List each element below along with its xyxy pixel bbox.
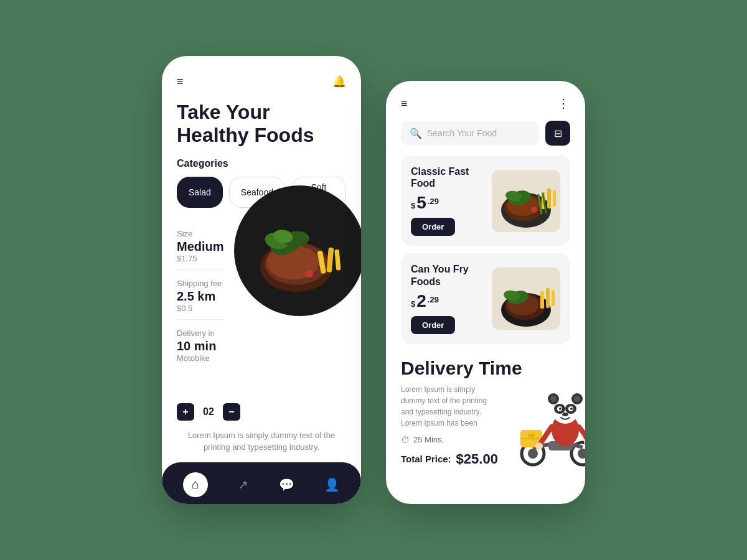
hamburger-icon-2[interactable]: ≡ <box>401 98 408 109</box>
shipping-price: $0.5 <box>177 304 224 320</box>
food-card-1-price: $ 5 .29 <box>411 194 484 212</box>
delivery-time-text: 25 Mins, <box>413 435 444 444</box>
svg-rect-30 <box>552 290 555 306</box>
size-info: Size Medium $1.75 Shipping fee 2.5 km $0… <box>177 229 224 364</box>
panda-mascot <box>514 368 585 467</box>
svg-rect-28 <box>540 291 544 309</box>
clock-icon: ⏱ <box>401 435 410 445</box>
size-price: $1.75 <box>177 254 224 270</box>
quantity-value: 02 <box>203 406 214 418</box>
svg-rect-40 <box>528 434 535 437</box>
quantity-minus-button[interactable]: − <box>223 403 240 421</box>
bell-icon[interactable]: 🔔 <box>332 75 346 88</box>
food-card-1-name: Classic Fast Food <box>411 166 484 189</box>
svg-point-34 <box>528 449 538 459</box>
size-label: Size <box>177 229 224 238</box>
svg-point-54 <box>535 442 543 450</box>
food-card-1: Classic Fast Food $ 5 .29 Order <box>401 156 570 246</box>
filter-icon: ⊟ <box>554 128 562 139</box>
svg-point-21 <box>531 207 537 213</box>
total-label: Total Price: <box>401 454 451 464</box>
price-main-1: 5 <box>416 194 426 212</box>
food-detail-area: Size Medium $1.75 Shipping fee 2.5 km $0… <box>177 223 346 397</box>
share-icon: ↗ <box>238 478 248 492</box>
bottom-nav: ⌂ ↗ 💬 👤 <box>162 462 361 504</box>
price-main-2: 2 <box>416 292 426 310</box>
phone2-header: ≡ ⋮ <box>401 96 570 111</box>
svg-point-53 <box>562 413 568 416</box>
food-card-2-name: Can You Fry Foods <box>411 263 484 287</box>
price-cents-1: .29 <box>428 197 439 206</box>
size-value: Medium <box>177 240 224 254</box>
chat-icon: 💬 <box>279 478 294 492</box>
phone1-header: ≡ 🔔 <box>177 75 346 88</box>
search-icon: 🔍 <box>410 128 422 139</box>
svg-point-11 <box>305 269 313 278</box>
order-button-2[interactable]: Order <box>411 316 455 334</box>
shipping-label: Shipping fee <box>177 279 224 288</box>
food-card-1-info: Classic Fast Food $ 5 .29 Order <box>411 166 484 236</box>
filter-button[interactable]: ⊟ <box>545 121 570 146</box>
delivery-value: 10 min <box>177 339 224 353</box>
svg-point-45 <box>550 396 557 402</box>
delivery-label: Delivery in <box>177 329 224 338</box>
svg-point-36 <box>578 449 585 459</box>
delivery-method: Motobike <box>177 353 224 363</box>
price-cents-2: .29 <box>428 295 439 304</box>
page-title: Take YourHealthy Foods <box>177 101 346 147</box>
svg-rect-17 <box>547 189 551 208</box>
shipping-value: 2.5 km <box>177 289 224 304</box>
nav-home[interactable]: ⌂ <box>183 472 208 497</box>
delivery-section: Delivery Time Lorem Ipsum is simply dumm… <box>401 352 570 474</box>
category-salad[interactable]: Salad <box>177 177 223 208</box>
food-card-2-info: Can You Fry Foods $ 2 .29 Order <box>411 263 484 334</box>
svg-rect-18 <box>553 190 556 207</box>
nav-chat[interactable]: 💬 <box>279 477 294 492</box>
nav-share[interactable]: ↗ <box>238 477 248 492</box>
svg-point-46 <box>574 396 580 402</box>
total-price: $25.00 <box>456 451 498 467</box>
hamburger-icon[interactable]: ≡ <box>177 76 184 87</box>
quantity-row: + 02 − <box>177 403 346 421</box>
food-card-2-price: $ 2 .29 <box>411 292 484 310</box>
price-dollar-2: $ <box>411 299 415 309</box>
quantity-plus-button[interactable]: + <box>177 403 194 421</box>
food-card-2: Can You Fry Foods $ 2 .29 Order <box>401 253 570 343</box>
phone-1: ≡ 🔔 Take YourHealthy Foods Categories Sa… <box>162 56 361 504</box>
search-placeholder: Search Your Food <box>427 128 497 138</box>
food-card-2-image <box>492 268 560 330</box>
svg-point-51 <box>559 408 561 410</box>
order-button-1[interactable]: Order <box>411 218 455 236</box>
categories-label: Categories <box>177 158 346 169</box>
nav-user[interactable]: 👤 <box>324 477 340 492</box>
food-card-1-image <box>492 170 560 232</box>
price-dollar-1: $ <box>411 201 415 210</box>
svg-point-52 <box>570 408 573 410</box>
lorem-text: Lorem Ipsum is simply dummy text of the … <box>177 421 346 462</box>
search-bar[interactable]: 🔍 Search Your Food <box>401 121 539 146</box>
dots-menu-icon[interactable]: ⋮ <box>557 96 570 111</box>
home-icon: ⌂ <box>192 477 199 492</box>
search-row: 🔍 Search Your Food ⊟ <box>401 121 570 146</box>
svg-rect-29 <box>546 288 550 308</box>
phone-2: ≡ ⋮ 🔍 Search Your Food ⊟ Classic Fast Fo… <box>386 81 585 504</box>
delivery-bottom-area: Delivery Time Lorem Ipsum is simply dumm… <box>401 358 570 467</box>
delivery-lorem: Lorem Ipsum is simply dummy text of the … <box>401 384 494 429</box>
food-image <box>234 185 361 316</box>
user-icon: 👤 <box>324 478 340 492</box>
